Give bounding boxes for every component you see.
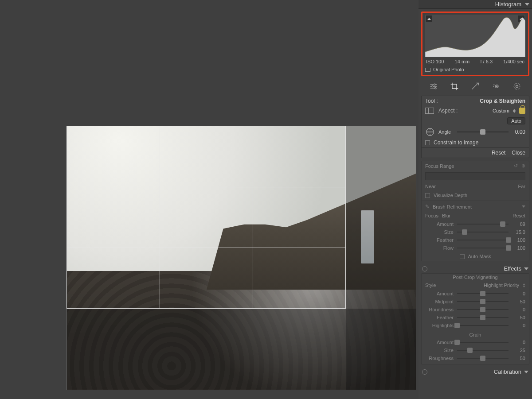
- v-amount-slider[interactable]: [457, 291, 509, 297]
- aspect-value[interactable]: Custom: [493, 108, 509, 113]
- redeye-tool-icon[interactable]: [491, 81, 501, 91]
- crop-grid-line: [160, 126, 160, 308]
- lb-flow-value[interactable]: 100: [512, 245, 525, 251]
- lb-size-label: Size: [425, 229, 454, 235]
- lb-flow-label: Flow: [425, 245, 454, 251]
- v-roundness-label: Roundness: [425, 307, 454, 312]
- collapse-icon[interactable]: [525, 3, 529, 6]
- right-panel: Histogram ISO 100 14 mm f / 6.3 1/400 se…: [419, 0, 532, 399]
- lb-amount-slider[interactable]: [457, 221, 509, 227]
- v-highlights-slider[interactable]: [457, 322, 509, 329]
- g-roughness-slider[interactable]: [457, 355, 509, 361]
- crop-tool-icon[interactable]: [450, 81, 459, 91]
- exif-aperture: f / 6.3: [480, 59, 493, 64]
- original-photo-row[interactable]: Original Photo: [425, 65, 525, 72]
- g-roughness-label: Roughness: [425, 356, 454, 361]
- v-roundness-slider[interactable]: [457, 306, 509, 313]
- crop-panel: Tool : Crop & Straighten Aspect : Custom…: [421, 96, 529, 158]
- aspect-lock-icon[interactable]: [519, 108, 525, 114]
- vignette-style-label: Style: [425, 283, 436, 288]
- target-icon[interactable]: ⊕: [521, 163, 525, 169]
- brush-reset-button[interactable]: Reset: [512, 213, 525, 218]
- v-feather-value[interactable]: 50: [512, 315, 525, 320]
- v-midpoint-label: Midpoint: [425, 299, 454, 304]
- v-roundness-value[interactable]: 0: [512, 307, 525, 312]
- restore-icon[interactable]: ↺: [514, 163, 518, 169]
- v-highlights-value[interactable]: 0: [512, 323, 525, 328]
- auto-mask-checkbox[interactable]: [460, 254, 465, 259]
- svg-point-0: [434, 84, 435, 85]
- brush-refinement-collapse-icon[interactable]: [522, 205, 525, 208]
- calibration-header[interactable]: Calibration: [419, 367, 532, 376]
- lb-size-slider[interactable]: [457, 229, 509, 235]
- effects-header[interactable]: Effects: [419, 264, 532, 273]
- v-midpoint-slider[interactable]: [457, 298, 509, 305]
- masking-tool-icon[interactable]: [512, 81, 522, 91]
- brush-focus-tab[interactable]: Focus: [425, 213, 438, 218]
- canvas-area[interactable]: [0, 0, 419, 399]
- brush-blur-tab[interactable]: Blur: [442, 213, 451, 218]
- crop-grid-line: [253, 126, 253, 308]
- collapse-icon[interactable]: [524, 267, 528, 270]
- healing-tool-icon[interactable]: [470, 81, 480, 91]
- angle-label: Angle: [438, 129, 454, 135]
- g-size-slider[interactable]: [457, 347, 509, 353]
- effects-visibility-icon[interactable]: [422, 266, 427, 271]
- aspect-icon[interactable]: [425, 108, 434, 114]
- v-amount-value[interactable]: 0: [512, 291, 525, 296]
- original-photo-label: Original Photo: [433, 67, 464, 72]
- edit-sliders-tool-icon[interactable]: [429, 81, 438, 91]
- visualize-depth-checkbox[interactable]: [425, 193, 430, 198]
- angle-value[interactable]: 0.00: [512, 129, 525, 135]
- lb-feather-value[interactable]: 100: [512, 237, 525, 243]
- histogram-header[interactable]: Histogram: [419, 0, 532, 9]
- angle-slider[interactable]: [457, 129, 509, 135]
- g-size-value[interactable]: 25: [512, 348, 525, 353]
- lb-feather-slider[interactable]: [457, 237, 509, 243]
- exif-iso: ISO 100: [426, 59, 444, 64]
- calibration-visibility-icon[interactable]: [422, 369, 427, 375]
- app-root: Histogram ISO 100 14 mm f / 6.3 1/400 se…: [0, 0, 532, 399]
- focus-range-label: Focus Range: [425, 163, 454, 169]
- vignette-style-value[interactable]: Highlight Priority: [484, 283, 519, 288]
- g-roughness-value[interactable]: 50: [512, 356, 525, 361]
- lb-size-value[interactable]: 15.0: [512, 229, 525, 235]
- effects-panel: Post-Crop Vignetting StyleHighlight Prio…: [421, 273, 529, 364]
- far-label: Far: [518, 184, 526, 189]
- angle-level-icon[interactable]: [425, 127, 435, 137]
- near-label: Near: [425, 184, 436, 189]
- crop-overlay[interactable]: [66, 126, 346, 309]
- v-amount-label: Amount: [425, 291, 454, 296]
- visualize-depth-label: Visualize Depth: [434, 193, 467, 198]
- v-feather-label: Feather: [425, 315, 454, 320]
- toolstrip: [419, 79, 532, 96]
- svg-point-6: [516, 85, 518, 88]
- svg-point-1: [431, 85, 433, 87]
- aspect-label: Aspect :: [438, 108, 458, 114]
- lb-flow-slider[interactable]: [457, 245, 509, 251]
- crop-close-button[interactable]: Close: [512, 150, 525, 156]
- histogram[interactable]: [425, 15, 525, 57]
- tool-label: Tool :: [425, 98, 438, 104]
- brush-refinement-label: Brush Refinement: [433, 204, 472, 209]
- collapse-icon[interactable]: [524, 371, 528, 373]
- lb-amount-label: Amount: [425, 221, 454, 227]
- v-highlights-label: Highlights: [425, 323, 454, 328]
- angle-auto-button[interactable]: Auto: [507, 117, 525, 124]
- v-feather-slider[interactable]: [457, 314, 509, 321]
- exif-shutter: 1/400 sec: [503, 59, 524, 64]
- calibration-title: Calibration: [494, 368, 521, 375]
- tool-name: Crop & Straighten: [480, 98, 525, 104]
- crop-reset-button[interactable]: Reset: [492, 150, 505, 156]
- v-midpoint-value[interactable]: 50: [512, 299, 525, 304]
- original-photo-icon: [425, 68, 430, 72]
- lb-amount-value[interactable]: 89: [512, 221, 525, 227]
- photo-waterfall: [361, 210, 374, 263]
- vignette-style-menu-icon[interactable]: [523, 283, 525, 287]
- g-amount-slider[interactable]: [457, 339, 509, 345]
- aspect-menu-icon[interactable]: [513, 109, 516, 113]
- constrain-checkbox[interactable]: [425, 140, 430, 145]
- vignette-title: Post-Crop Vignetting: [422, 274, 529, 281]
- g-amount-value[interactable]: 0: [512, 340, 525, 345]
- focus-range-gradient[interactable]: [425, 172, 525, 180]
